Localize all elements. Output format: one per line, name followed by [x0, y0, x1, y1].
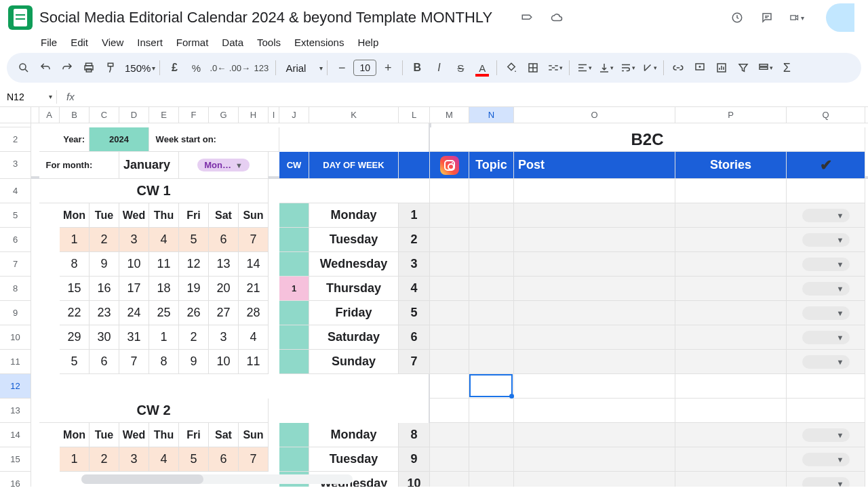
mini-cal-day[interactable]: 7 — [239, 447, 269, 472]
mini-cal-day[interactable]: 2 — [90, 228, 119, 252]
topic-cell[interactable] — [469, 325, 514, 350]
menu-file[interactable]: File — [35, 34, 62, 51]
day-abbr[interactable]: Thu — [149, 423, 179, 447]
link-icon[interactable] — [668, 58, 688, 78]
topic-cell[interactable] — [469, 277, 514, 301]
topic-cell[interactable] — [469, 252, 514, 277]
cw-cell[interactable] — [279, 203, 309, 228]
row-header[interactable]: 7 — [0, 252, 31, 277]
row-header[interactable]: 13 — [0, 399, 31, 423]
select-all-corner[interactable] — [0, 107, 31, 123]
mini-cal-day[interactable]: 8 — [60, 252, 90, 277]
column-header[interactable]: G — [209, 107, 239, 123]
increase-font-icon[interactable]: + — [378, 58, 398, 78]
column-headers[interactable]: ABCDEFGHIJKLMNOPQ — [0, 107, 868, 123]
blank[interactable] — [469, 374, 514, 399]
stories-cell[interactable] — [675, 203, 787, 228]
blank[interactable] — [787, 374, 865, 399]
blank[interactable] — [675, 179, 787, 203]
mini-cal-day[interactable]: 5 — [179, 447, 209, 472]
mini-cal-day[interactable]: 21 — [239, 277, 269, 301]
day-name[interactable]: Wednesday — [309, 252, 399, 277]
mini-cal-day[interactable]: 3 — [119, 228, 149, 252]
mini-cal-day[interactable]: 22 — [60, 301, 90, 325]
row-header[interactable]: 12 — [0, 374, 31, 399]
day-name[interactable]: Sunday — [309, 350, 399, 374]
topic-header[interactable]: Topic — [469, 152, 514, 179]
caret-icon[interactable]: ▾ — [49, 93, 52, 100]
day-name[interactable]: Tuesday — [309, 447, 399, 472]
post-cell[interactable] — [514, 472, 675, 487]
column-header[interactable]: N — [469, 107, 514, 123]
blank[interactable] — [514, 399, 675, 423]
history-icon[interactable] — [730, 10, 745, 25]
topic-cell[interactable] — [469, 447, 514, 472]
day-abbr[interactable]: Wed — [119, 423, 149, 447]
row-header[interactable]: 5 — [0, 203, 31, 228]
decrease-font-icon[interactable]: − — [332, 58, 352, 78]
post-header[interactable]: Post — [514, 152, 675, 179]
cw-cell[interactable] — [279, 252, 309, 277]
mini-cal-day[interactable]: 25 — [149, 301, 179, 325]
column-header[interactable]: K — [309, 107, 399, 123]
mini-cal-day[interactable]: 26 — [179, 301, 209, 325]
mini-cal-day[interactable]: 6 — [209, 228, 239, 252]
document-title[interactable]: Social Media Editorial Calendar 2024 & b… — [39, 9, 492, 26]
topic-cell-m[interactable] — [430, 277, 469, 301]
merge-icon[interactable]: ▾ — [545, 58, 565, 78]
mini-cal-day[interactable]: 6 — [209, 447, 239, 472]
mini-cal-day[interactable]: 4 — [149, 228, 179, 252]
blank[interactable] — [675, 399, 787, 423]
menu-view[interactable]: View — [96, 34, 129, 51]
day-abbr[interactable]: Tue — [90, 423, 119, 447]
cw2-heading[interactable]: CW 2 — [39, 399, 269, 423]
font-size-input[interactable]: 10 — [353, 60, 376, 76]
sheets-logo[interactable] — [8, 5, 33, 30]
day-abbr[interactable]: Sat — [209, 423, 239, 447]
day-abbr[interactable]: Wed — [119, 203, 149, 228]
column-header[interactable]: A — [39, 107, 60, 123]
mini-cal-day[interactable]: 31 — [119, 325, 149, 350]
filter-icon[interactable] — [733, 58, 753, 78]
mini-cal-day[interactable]: 1 — [149, 325, 179, 350]
day-abbr[interactable]: Mon — [60, 203, 90, 228]
day-name[interactable]: Monday — [309, 203, 399, 228]
topic-cell-m[interactable] — [430, 423, 469, 447]
mini-cal-day[interactable]: 23 — [90, 301, 119, 325]
mini-cal-day[interactable]: 2 — [90, 447, 119, 472]
blank[interactable] — [279, 179, 430, 203]
mini-cal-day[interactable]: 11 — [149, 252, 179, 277]
formula-input[interactable] — [80, 92, 864, 102]
day-name[interactable]: Thursday — [309, 277, 399, 301]
stories-header[interactable]: Stories — [675, 152, 787, 179]
day-name[interactable]: Friday — [309, 301, 399, 325]
font-select[interactable]: Arial — [280, 62, 321, 74]
column-header[interactable]: J — [279, 107, 309, 123]
topic-cell-m[interactable] — [430, 325, 469, 350]
cw-cell[interactable] — [279, 228, 309, 252]
mini-cal-day[interactable]: 4 — [239, 325, 269, 350]
blank-header[interactable] — [399, 152, 430, 179]
stories-cell[interactable] — [675, 325, 787, 350]
topic-cell-m[interactable] — [430, 472, 469, 487]
menu-edit[interactable]: Edit — [65, 34, 94, 51]
zoom-select[interactable]: 150% — [122, 62, 153, 74]
blank[interactable] — [514, 374, 675, 399]
post-cell[interactable] — [514, 203, 675, 228]
day-name[interactable]: Saturday — [309, 325, 399, 350]
mini-cal-day[interactable]: 9 — [90, 252, 119, 277]
blank[interactable] — [469, 399, 514, 423]
mini-cal-day[interactable]: 29 — [60, 325, 90, 350]
topic-cell[interactable] — [469, 350, 514, 374]
italic-icon[interactable]: I — [429, 58, 449, 78]
stories-cell[interactable] — [675, 472, 787, 487]
insert-comment-icon[interactable] — [690, 58, 710, 78]
menu-insert[interactable]: Insert — [132, 34, 168, 51]
comment-icon[interactable] — [760, 10, 774, 25]
blank[interactable] — [514, 179, 675, 203]
cw-cell[interactable] — [279, 350, 309, 374]
status-dropdown[interactable]: ▼ — [787, 325, 865, 350]
blank[interactable] — [675, 374, 787, 399]
row-header[interactable]: 2 — [0, 127, 31, 152]
column-header[interactable]: M — [430, 107, 469, 123]
